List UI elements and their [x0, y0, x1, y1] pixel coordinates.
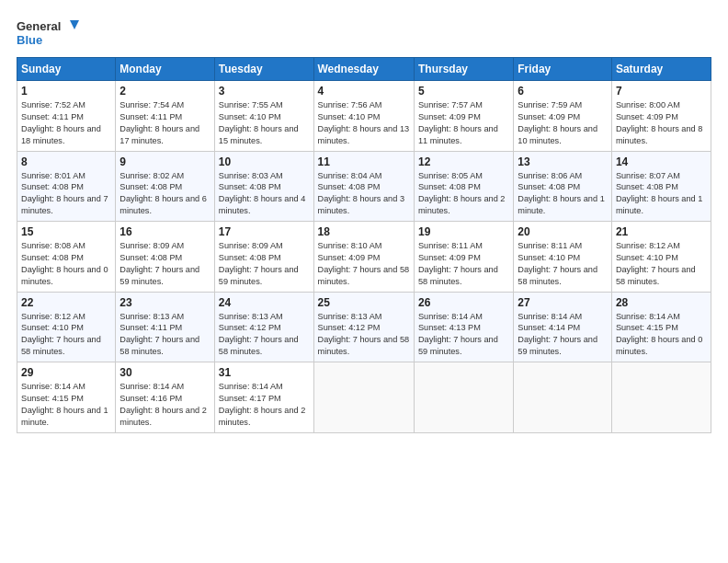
day-info: Sunrise: 8:09 AMSunset: 4:08 PMDaylight:… — [119, 241, 199, 286]
day-info: Sunrise: 7:55 AMSunset: 4:10 PMDaylight:… — [219, 100, 299, 145]
calendar-cell: 17 Sunrise: 8:09 AMSunset: 4:08 PMDaylig… — [214, 222, 313, 293]
calendar-cell: 11 Sunrise: 8:04 AMSunset: 4:08 PMDaylig… — [313, 151, 414, 222]
day-info: Sunrise: 7:56 AMSunset: 4:10 PMDaylight:… — [318, 100, 410, 145]
day-info: Sunrise: 7:57 AMSunset: 4:09 PMDaylight:… — [418, 100, 498, 145]
day-number: 18 — [318, 225, 410, 238]
day-info: Sunrise: 8:05 AMSunset: 4:08 PMDaylight:… — [418, 171, 506, 216]
calendar-cell: 5 Sunrise: 7:57 AMSunset: 4:09 PMDayligh… — [414, 81, 513, 152]
day-info: Sunrise: 7:54 AMSunset: 4:11 PMDaylight:… — [119, 100, 199, 145]
calendar-week-row: 1 Sunrise: 7:52 AMSunset: 4:11 PMDayligh… — [17, 81, 711, 152]
day-number: 6 — [518, 85, 608, 98]
day-number: 14 — [616, 155, 707, 168]
day-number: 12 — [418, 155, 509, 168]
day-number: 25 — [318, 296, 410, 309]
calendar-cell: 2 Sunrise: 7:54 AMSunset: 4:11 PMDayligh… — [116, 81, 214, 152]
calendar-cell: 26 Sunrise: 8:14 AMSunset: 4:13 PMDaylig… — [414, 292, 513, 362]
day-info: Sunrise: 8:12 AMSunset: 4:10 PMDaylight:… — [21, 312, 101, 357]
calendar-cell: 31 Sunrise: 8:14 AMSunset: 4:17 PMDaylig… — [214, 362, 313, 433]
svg-text:Blue: Blue — [17, 33, 42, 47]
calendar-cell: 9 Sunrise: 8:02 AMSunset: 4:08 PMDayligh… — [116, 151, 214, 222]
calendar-cell: 16 Sunrise: 8:09 AMSunset: 4:08 PMDaylig… — [116, 222, 214, 293]
calendar-cell: 19 Sunrise: 8:11 AMSunset: 4:09 PMDaylig… — [414, 222, 513, 293]
col-thursday: Thursday — [414, 58, 513, 81]
calendar-cell: 18 Sunrise: 8:10 AMSunset: 4:09 PMDaylig… — [313, 222, 414, 293]
day-info: Sunrise: 8:13 AMSunset: 4:12 PMDaylight:… — [318, 312, 410, 357]
day-info: Sunrise: 8:14 AMSunset: 4:15 PMDaylight:… — [616, 312, 703, 357]
svg-marker-2 — [70, 20, 79, 29]
calendar-cell: 8 Sunrise: 8:01 AMSunset: 4:08 PMDayligh… — [17, 151, 116, 222]
day-info: Sunrise: 8:02 AMSunset: 4:08 PMDaylight:… — [119, 171, 207, 216]
calendar-cell: 15 Sunrise: 8:08 AMSunset: 4:08 PMDaylig… — [17, 222, 116, 293]
day-info: Sunrise: 8:13 AMSunset: 4:12 PMDaylight:… — [219, 312, 299, 357]
day-number: 20 — [518, 225, 608, 238]
calendar-cell — [514, 362, 612, 433]
day-info: Sunrise: 8:14 AMSunset: 4:16 PMDaylight:… — [119, 382, 207, 427]
calendar-cell: 10 Sunrise: 8:03 AMSunset: 4:08 PMDaylig… — [214, 151, 313, 222]
day-number: 3 — [219, 85, 310, 98]
day-info: Sunrise: 8:09 AMSunset: 4:08 PMDaylight:… — [219, 241, 299, 286]
day-number: 2 — [119, 85, 210, 98]
day-number: 15 — [21, 225, 111, 238]
day-number: 10 — [219, 155, 310, 168]
day-info: Sunrise: 8:14 AMSunset: 4:15 PMDaylight:… — [21, 382, 108, 427]
day-info: Sunrise: 8:01 AMSunset: 4:08 PMDaylight:… — [21, 171, 108, 216]
svg-text:General: General — [17, 19, 61, 33]
day-number: 13 — [518, 155, 608, 168]
calendar-cell — [611, 362, 711, 433]
calendar-cell: 23 Sunrise: 8:13 AMSunset: 4:11 PMDaylig… — [116, 292, 214, 362]
generalblue-logo: General Blue — [17, 17, 81, 50]
day-number: 27 — [518, 296, 608, 309]
calendar-cell: 25 Sunrise: 8:13 AMSunset: 4:12 PMDaylig… — [313, 292, 414, 362]
day-info: Sunrise: 8:00 AMSunset: 4:09 PMDaylight:… — [616, 100, 703, 145]
day-number: 19 — [418, 225, 509, 238]
col-sunday: Sunday — [17, 58, 116, 81]
col-tuesday: Tuesday — [214, 58, 313, 81]
calendar-cell: 1 Sunrise: 7:52 AMSunset: 4:11 PMDayligh… — [17, 81, 116, 152]
day-info: Sunrise: 8:04 AMSunset: 4:08 PMDaylight:… — [318, 171, 405, 216]
calendar-cell: 6 Sunrise: 7:59 AMSunset: 4:09 PMDayligh… — [514, 81, 612, 152]
calendar-cell: 12 Sunrise: 8:05 AMSunset: 4:08 PMDaylig… — [414, 151, 513, 222]
day-number: 31 — [219, 366, 310, 379]
col-saturday: Saturday — [611, 58, 711, 81]
day-info: Sunrise: 8:08 AMSunset: 4:08 PMDaylight:… — [21, 241, 108, 286]
day-info: Sunrise: 8:06 AMSunset: 4:08 PMDaylight:… — [518, 171, 605, 216]
day-info: Sunrise: 8:11 AMSunset: 4:10 PMDaylight:… — [518, 241, 597, 286]
day-number: 30 — [119, 366, 210, 379]
header: General Blue — [17, 17, 711, 50]
day-info: Sunrise: 8:10 AMSunset: 4:09 PMDaylight:… — [318, 241, 410, 286]
calendar-header-row: Sunday Monday Tuesday Wednesday Thursday… — [17, 58, 711, 81]
calendar-cell: 28 Sunrise: 8:14 AMSunset: 4:15 PMDaylig… — [611, 292, 711, 362]
day-info: Sunrise: 8:14 AMSunset: 4:14 PMDaylight:… — [518, 312, 597, 357]
day-number: 8 — [21, 155, 111, 168]
day-info: Sunrise: 8:11 AMSunset: 4:09 PMDaylight:… — [418, 241, 498, 286]
calendar-table: Sunday Monday Tuesday Wednesday Thursday… — [17, 57, 711, 433]
calendar-cell: 3 Sunrise: 7:55 AMSunset: 4:10 PMDayligh… — [214, 81, 313, 152]
day-number: 16 — [119, 225, 210, 238]
day-number: 23 — [119, 296, 210, 309]
calendar-cell: 4 Sunrise: 7:56 AMSunset: 4:10 PMDayligh… — [313, 81, 414, 152]
calendar-cell: 21 Sunrise: 8:12 AMSunset: 4:10 PMDaylig… — [611, 222, 711, 293]
day-number: 7 — [616, 85, 707, 98]
day-info: Sunrise: 8:07 AMSunset: 4:08 PMDaylight:… — [616, 171, 703, 216]
day-number: 1 — [21, 85, 111, 98]
calendar-cell: 22 Sunrise: 8:12 AMSunset: 4:10 PMDaylig… — [17, 292, 116, 362]
day-number: 17 — [219, 225, 310, 238]
calendar-week-row: 8 Sunrise: 8:01 AMSunset: 4:08 PMDayligh… — [17, 151, 711, 222]
day-info: Sunrise: 8:12 AMSunset: 4:10 PMDaylight:… — [616, 241, 696, 286]
day-number: 5 — [418, 85, 509, 98]
calendar-week-row: 29 Sunrise: 8:14 AMSunset: 4:15 PMDaylig… — [17, 362, 711, 433]
day-info: Sunrise: 8:03 AMSunset: 4:08 PMDaylight:… — [219, 171, 306, 216]
day-info: Sunrise: 7:59 AMSunset: 4:09 PMDaylight:… — [518, 100, 597, 145]
calendar-cell: 7 Sunrise: 8:00 AMSunset: 4:09 PMDayligh… — [611, 81, 711, 152]
day-info: Sunrise: 8:14 AMSunset: 4:13 PMDaylight:… — [418, 312, 498, 357]
day-number: 4 — [318, 85, 410, 98]
day-info: Sunrise: 8:14 AMSunset: 4:17 PMDaylight:… — [219, 382, 306, 427]
col-wednesday: Wednesday — [313, 58, 414, 81]
day-number: 24 — [219, 296, 310, 309]
calendar-cell: 30 Sunrise: 8:14 AMSunset: 4:16 PMDaylig… — [116, 362, 214, 433]
calendar-cell: 14 Sunrise: 8:07 AMSunset: 4:08 PMDaylig… — [611, 151, 711, 222]
day-number: 11 — [318, 155, 410, 168]
calendar-cell — [414, 362, 513, 433]
col-monday: Monday — [116, 58, 214, 81]
day-number: 22 — [21, 296, 111, 309]
